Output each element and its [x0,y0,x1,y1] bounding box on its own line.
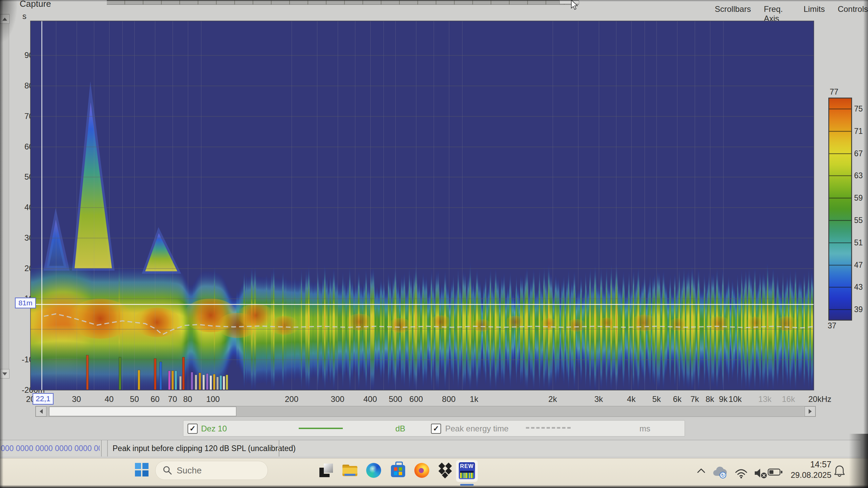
folder-icon [342,463,358,478]
tray-chevron-button[interactable] [696,467,707,474]
left-arrow-icon [40,409,43,414]
series1-unit: dB [395,424,405,433]
right-arrow-icon [809,409,812,414]
scroll-down-button[interactable] [0,369,9,379]
taskbar-app-dropbox[interactable] [438,463,453,478]
level-tick-label: 59 [854,194,863,203]
level-tick-label: 71 [854,127,863,136]
firefox-icon [414,463,429,478]
mouse-cursor [570,0,579,10]
collapsed-toolbar-strip [107,0,579,5]
series1-label: Dez 10 [201,424,227,433]
windows-logo-icon [135,463,141,469]
freq-tick-label: 3k [584,394,614,404]
scrollbar-thumb[interactable] [49,407,236,416]
taskbar-app-rew[interactable]: REW [459,462,475,479]
clock-time: 14:57 [790,460,831,469]
menu-capture[interactable]: Capture [20,0,51,9]
search-placeholder: Suche [177,465,202,476]
freq-tick-label: 300 [322,394,353,404]
spectrogram-canvas[interactable] [30,21,814,390]
scroll-up-button[interactable] [0,14,9,24]
series1-line-sample [299,428,343,429]
y-axis-unit: s [22,12,26,21]
freq-tick-label: 1k [459,394,489,404]
freq-tick-label: 2k [537,394,568,404]
level-tick-label: 39 [854,305,863,314]
rew-icon: REW [459,463,475,469]
wifi-icon[interactable] [734,466,749,480]
edge-icon [366,463,381,478]
series2-checkbox[interactable]: ✓ [431,424,441,434]
volume-muted-icon[interactable] [753,467,768,479]
level-tick-label: 63 [854,171,863,180]
series2-line-sample [526,427,571,429]
colorbar-canvas [828,98,852,321]
status-divider [107,440,108,456]
level-tick-label: 55 [854,216,863,225]
status-message: Peak input before clipping 120 dB SPL (u… [113,444,296,453]
status-bar: 000 0000 0000 0000 0000 0000 Peak input … [0,440,861,456]
freq-tick-label: 16k [773,394,804,404]
rew-spectrogram-window: Capture Scrollbars Freq. Axis Limits Con… [0,0,868,488]
start-button[interactable] [135,463,149,476]
svg-text:↻: ↻ [721,473,725,478]
battery-icon[interactable] [768,468,783,477]
sample-counter: 000 0000 0000 0000 0000 0000 [1,444,100,453]
taskbar-app-store[interactable] [391,463,406,478]
level-tick-label: 51 [854,238,863,247]
scroll-left-button[interactable] [36,406,46,416]
freq-tick-label: 10k [720,394,750,404]
cursor-time-readout: 81m [15,298,36,308]
menu-controls[interactable]: Controls [838,4,868,23]
level-tick-label: 43 [854,283,863,292]
notification-bell-icon[interactable] [833,464,846,478]
legend-bar: ✓ Dez 10 dB ✓ Peak energy time ms [183,420,685,436]
status-divider [101,440,102,456]
taskbar-app-firefox[interactable] [414,463,429,478]
cursor-freq-readout: 22,1 [33,393,54,405]
freq-tick-label: 200 [276,394,307,404]
series2-unit: ms [639,424,650,433]
tray-clock[interactable]: 14:57 29.08.2025 [790,460,831,480]
freq-tick-label: 600 [401,394,431,404]
freq-tick-label: 100 [198,394,228,404]
search-box[interactable]: Suche [155,461,268,480]
level-tick-label: 75 [854,104,863,114]
clock-date: 29.08.2025 [790,470,831,480]
taskbar-app-snip[interactable] [319,463,334,478]
search-icon [162,465,173,475]
colorbar-max-label: 77 [830,87,839,97]
taskbar-app-edge[interactable] [366,463,381,478]
scroll-right-button[interactable] [805,406,815,416]
taskbar-app-file-explorer[interactable] [342,463,358,478]
rew-running-indicator [460,484,474,486]
freq-tick-label: 30 [61,394,92,404]
series2-label: Peak energy time [445,424,509,433]
down-arrow-icon [2,372,7,375]
vertical-scrollbar[interactable] [0,14,9,378]
onedrive-cloud-icon[interactable]: ↻ [712,466,728,479]
series1-checkbox[interactable]: ✓ [188,424,198,434]
colorbar-min-label: 37 [828,321,836,330]
status-divider [279,440,279,456]
horizontal-scrollbar[interactable] [35,406,816,417]
level-tick-label: 67 [854,149,863,158]
freq-tick-label: 20kHz [805,394,835,404]
up-arrow-icon [2,18,7,21]
level-tick-label: 47 [854,261,863,270]
